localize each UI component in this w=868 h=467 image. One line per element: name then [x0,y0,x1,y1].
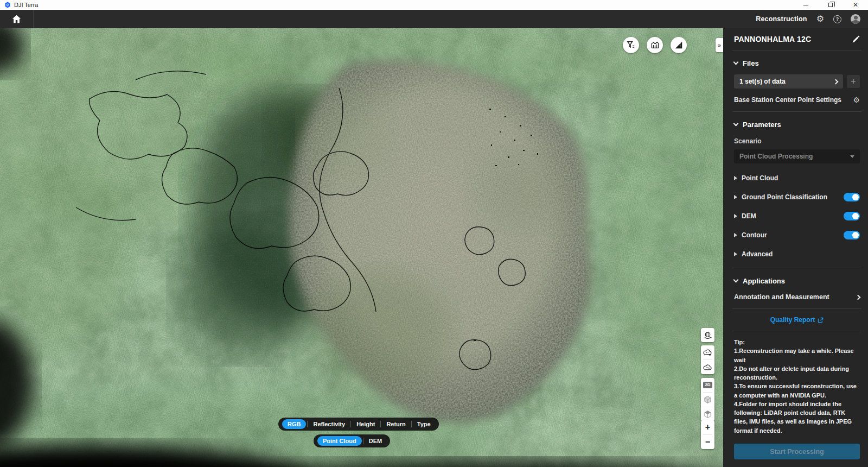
dataset-label: 1 set(s) of data [739,78,834,85]
minimize-icon [803,5,808,5]
annotation-measurement-item[interactable]: Annotation and Measurement [734,293,860,301]
mode-return[interactable]: Return [381,421,411,427]
mode-height[interactable]: Height [351,421,380,427]
zoom-out-button[interactable]: − [701,435,714,449]
scenario-label: Scenario [734,137,860,145]
parameters-section-header[interactable]: Parameters [734,119,860,129]
point-cloud-viewport[interactable]: » [0,28,723,467]
window-titlebar: DJI Terra ✕ [0,0,868,10]
caret-down-icon [850,155,854,158]
param-advanced[interactable]: Advanced [734,250,860,258]
triangle-right-icon [734,176,737,180]
dem-toggle[interactable] [844,212,860,220]
mode-label: Reconstruction [756,15,807,23]
tip-line: 2.Do not alter or delete input data duri… [734,364,860,382]
edit-pencil-icon[interactable] [852,35,860,43]
param-label: Ground Point Classification [742,193,844,201]
zoom-control-group: + − [701,420,714,449]
contour-toggle[interactable] [844,231,860,239]
triangle-right-icon [734,195,737,199]
aerial-point-cloud-render [0,28,723,467]
histogram-button[interactable] [647,37,663,53]
scenario-value: Point Cloud Processing [739,153,850,160]
parameters-header-label: Parameters [743,121,781,129]
tip-title: Tip: [734,338,860,346]
scenario-dropdown[interactable]: Point Cloud Processing [734,149,860,163]
divider [732,331,861,331]
mode-type[interactable]: Type [412,421,436,427]
project-title: PANNONHALMA 12C [734,35,852,43]
minus-icon: − [705,438,710,446]
display-mode-bar: RGB Reflectivity Height Return Type [278,418,439,431]
cube-outline-icon [704,395,712,404]
applications-section-header[interactable]: Applications [734,276,860,286]
divider [732,111,861,112]
start-processing-button[interactable]: Start Processing [734,444,860,459]
measure-button[interactable] [671,37,687,53]
ruler-triangle-icon [674,41,683,49]
mode-reflectivity[interactable]: Reflectivity [308,421,350,427]
param-label: Point Cloud [742,174,860,182]
tip-line: 3.To ensure successful reconstruction, u… [734,382,860,400]
orbit-view-button[interactable] [701,328,714,342]
param-point-cloud[interactable]: Point Cloud [734,174,860,182]
chevron-down-icon [733,277,739,282]
add-data-button[interactable]: + [847,75,860,88]
param-contour[interactable]: Contour [734,231,860,239]
external-link-icon [818,317,824,323]
collapse-sidebar-tab[interactable]: » [716,38,723,52]
tab-point-cloud[interactable]: Point Cloud [317,436,362,446]
param-label: Advanced [742,250,860,258]
chevron-right-icon [856,294,861,300]
quality-report-label: Quality Report [770,316,815,324]
dji-terra-logo-icon [4,2,11,8]
restore-icon [828,3,833,7]
help-icon[interactable]: ? [833,15,841,23]
chevron-right-icon [833,79,839,84]
view-perspective-button[interactable] [701,407,714,421]
2d-badge-icon: 2D [703,382,712,388]
tab-dem[interactable]: DEM [363,438,387,444]
param-label: DEM [742,212,844,220]
param-ground-point-classification[interactable]: Ground Point Classification [734,193,860,201]
minimize-button[interactable] [793,0,818,10]
param-dem[interactable]: DEM [734,212,860,220]
divider [732,308,861,309]
divider [732,268,861,268]
chevron-down-icon [733,59,739,65]
cloud-plus-icon [703,349,712,357]
maximize-button[interactable] [818,0,843,10]
tip-block: Tip: 1.Reconstruction may take a while. … [734,338,860,435]
files-section-header[interactable]: Files [734,58,860,68]
user-avatar[interactable] [851,14,860,24]
view-mode-group: 2D [701,378,714,421]
settings-gear-icon[interactable]: ⚙ [816,15,824,23]
app-title: DJI Terra [14,2,38,8]
filter-button[interactable] [623,37,639,53]
point-cloud-display-button[interactable] [701,360,714,374]
base-station-label: Base Station Center Point Settings [734,96,841,104]
layer-tab-bar: Point Cloud DEM [314,434,390,447]
tip-line: 1.Reconstruction may take a while. Pleas… [734,346,860,364]
quality-report-link[interactable]: Quality Report [734,316,860,324]
view-3d-button[interactable] [701,393,714,407]
ground-point-classification-toggle[interactable] [844,193,860,201]
close-button[interactable]: ✕ [843,0,868,10]
cloud-points-icon [703,363,712,371]
files-header-label: Files [743,59,759,67]
dataset-button[interactable]: 1 set(s) of data [734,74,843,89]
histogram-icon [650,41,660,49]
home-button[interactable] [0,10,34,28]
zoom-in-button[interactable]: + [701,420,714,434]
view-2d-button[interactable]: 2D [701,378,714,392]
base-station-settings-gear-icon[interactable]: ⚙ [853,96,860,104]
mode-rgb[interactable]: RGB [282,419,306,429]
triangle-right-icon [734,233,737,237]
annotation-measurement-label: Annotation and Measurement [734,293,829,301]
add-point-cloud-button[interactable] [701,345,714,359]
param-label: Contour [742,231,844,239]
cloud-tool-group [701,345,714,374]
orbit-tool-group [701,328,714,342]
divider [732,50,861,51]
plus-icon: + [705,423,710,432]
